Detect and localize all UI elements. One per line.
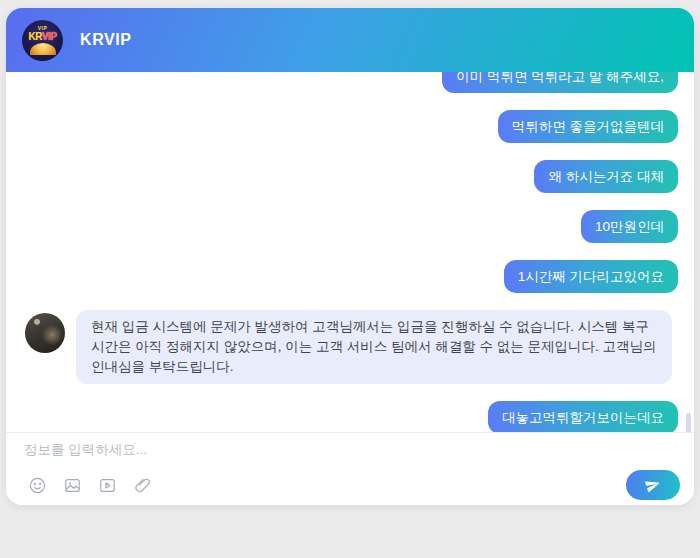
- send-icon: [643, 475, 663, 495]
- agent-avatar: [25, 313, 65, 353]
- chat-title: KRVIP: [80, 31, 132, 49]
- message-input[interactable]: [24, 442, 444, 457]
- agent-message-row: 현재 입금 시스템에 문제가 발생하여 고객님께서는 입금을 진행하실 수 없습…: [22, 310, 678, 384]
- chat-bubble-user: 1시간째 기다리고있어요: [504, 260, 678, 293]
- logo-main-text: KRVIP: [29, 31, 57, 42]
- send-button[interactable]: [626, 470, 680, 500]
- chat-bubble-user: 먹튀하면 좋을거없을텐데: [498, 110, 678, 143]
- chat-window: VIP KRVIP KRVIP 이미 먹튀면 먹튀라고 말 해주세요, 먹튀하면…: [6, 8, 694, 505]
- logo-coins-graphic: [30, 43, 56, 55]
- image-icon[interactable]: [63, 476, 82, 495]
- chat-bubble-agent: 현재 입금 시스템에 문제가 발생하여 고객님께서는 입금을 진행하실 수 없습…: [76, 310, 672, 384]
- user-message-row: 10만원인데: [22, 210, 678, 243]
- chat-header: VIP KRVIP KRVIP: [6, 8, 694, 72]
- chat-bubble-user: 왜 하시는거죠 대체: [534, 160, 678, 193]
- composer-toolbar: [28, 476, 152, 495]
- user-message-row: 왜 하시는거죠 대체: [22, 160, 678, 193]
- chat-bubble-user: 10만원인데: [581, 210, 678, 243]
- user-message-row: 먹튀하면 좋을거없을텐데: [22, 110, 678, 143]
- composer: [6, 432, 694, 505]
- message-list: 이미 먹튀면 먹튀라고 말 해주세요, 먹튀하면 좋을거없을텐데 왜 하시는거죠…: [6, 72, 694, 432]
- chat-bubble-user: 이미 먹튀면 먹튀라고 말 해주세요,: [442, 72, 678, 93]
- user-message-row: 대놓고먹튀할거보이는데요: [22, 401, 678, 432]
- video-icon[interactable]: [98, 476, 117, 495]
- chat-bubble-user: 대놓고먹튀할거보이는데요: [488, 401, 678, 432]
- emoji-icon[interactable]: [28, 476, 47, 495]
- attachment-icon[interactable]: [133, 476, 152, 495]
- user-message-row: 이미 먹튀면 먹튀라고 말 해주세요,: [22, 72, 678, 93]
- user-message-row: 1시간째 기다리고있어요: [22, 260, 678, 293]
- krvip-logo-icon: VIP KRVIP: [22, 20, 63, 61]
